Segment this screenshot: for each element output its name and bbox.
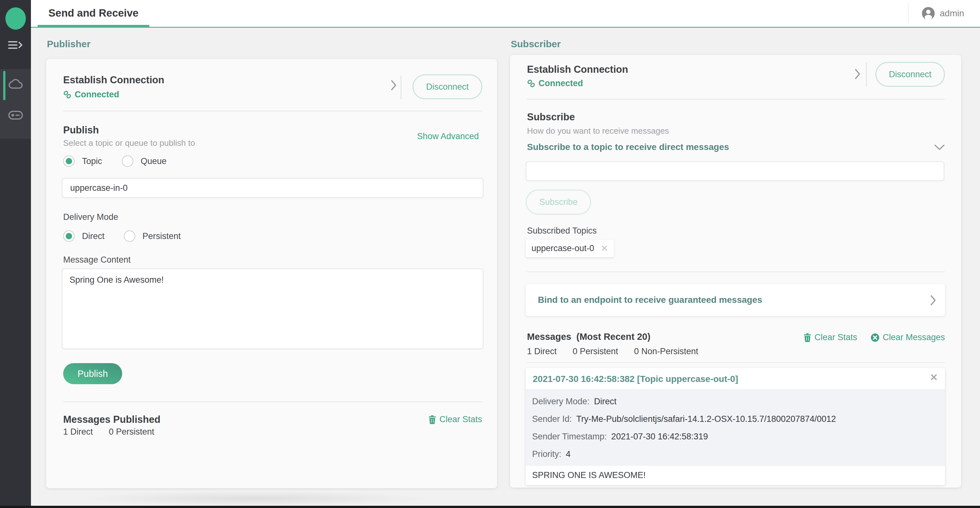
publisher-card: Establish Connection Connected Disconnec… bbox=[46, 59, 497, 488]
link-icon bbox=[63, 91, 72, 99]
message-header: 2021-07-30 16:42:58:382 [Topic uppercase… bbox=[533, 374, 738, 384]
message-payload-section: SPRING ONE IS AWESOME! bbox=[526, 466, 945, 485]
delivery-radio-group: Direct Persistent bbox=[63, 230, 181, 242]
clear-messages-link[interactable]: Clear Messages bbox=[870, 333, 945, 342]
tab-label: Send and Receive bbox=[38, 0, 149, 26]
stat-persistent: 0 Persistent bbox=[573, 347, 618, 357]
publisher-heading: Publisher bbox=[47, 38, 91, 49]
connection-title: Establish Connection bbox=[527, 64, 628, 75]
stat-non-persistent: 0 Non-Persistent bbox=[634, 347, 698, 357]
connection-status: Connected bbox=[527, 78, 583, 88]
active-item-indicator bbox=[3, 71, 5, 100]
stat-persistent: 0 Persistent bbox=[109, 427, 154, 437]
radio-topic[interactable] bbox=[63, 155, 75, 167]
trash-icon bbox=[803, 333, 811, 342]
subscribe-button[interactable]: Subscribe bbox=[526, 190, 591, 215]
message-field: Delivery Mode: Direct bbox=[532, 397, 617, 406]
clear-messages-label: Clear Messages bbox=[883, 333, 945, 342]
message-content-label: Message Content bbox=[63, 255, 131, 265]
radio-queue-label[interactable]: Queue bbox=[141, 156, 167, 166]
user-avatar-icon bbox=[922, 7, 935, 20]
delivery-mode-label: Delivery Mode bbox=[63, 212, 118, 222]
sidebar bbox=[0, 0, 31, 506]
publish-topic-input[interactable] bbox=[62, 178, 483, 198]
radio-direct[interactable] bbox=[63, 230, 75, 242]
topic-chip: uppercase-out-0 ✕ bbox=[526, 240, 614, 257]
topic-chip-label: uppercase-out-0 bbox=[531, 244, 594, 253]
destination-radio-group: Topic Queue bbox=[63, 155, 167, 167]
message-field: Sender Timestamp: 2021-07-30 16:42:58:31… bbox=[532, 432, 708, 442]
section-divider bbox=[527, 272, 945, 272]
menu-expand-icon[interactable] bbox=[8, 40, 23, 52]
username: admin bbox=[940, 8, 964, 19]
tab-send-and-receive[interactable]: Send and Receive bbox=[38, 0, 149, 27]
publish-subtitle: Select a topic or queue to publish to bbox=[63, 138, 195, 148]
section-divider bbox=[527, 99, 945, 100]
radio-queue[interactable] bbox=[122, 155, 134, 167]
chevron-right-icon[interactable] bbox=[391, 80, 397, 91]
topic-accordion-label[interactable]: Subscribe to a topic to receive direct m… bbox=[527, 142, 729, 152]
publish-stats: 1 Direct 0 Persistent bbox=[63, 427, 154, 437]
topbar-divider bbox=[908, 3, 908, 23]
sidebar-nav-group bbox=[0, 69, 31, 139]
subscriber-card: Establish Connection Connected Disconnec… bbox=[510, 55, 961, 487]
subscribe-subtitle: How do you want to receive messages bbox=[527, 126, 669, 136]
subscribe-title: Subscribe bbox=[527, 111, 575, 123]
message-details: Delivery Mode: Direct Sender Id: Try-Me-… bbox=[526, 389, 945, 466]
sidebar-item-cloud[interactable] bbox=[8, 78, 23, 91]
bottom-shadow bbox=[80, 491, 431, 506]
publish-button[interactable]: Publish bbox=[63, 363, 122, 384]
subscribe-topic-input[interactable] bbox=[526, 161, 944, 181]
section-divider bbox=[63, 111, 482, 111]
subscribed-topics-label: Subscribed Topics bbox=[527, 226, 597, 236]
chevron-down-icon[interactable] bbox=[934, 144, 945, 151]
screen-bottom-edge bbox=[0, 506, 980, 508]
link-icon bbox=[527, 80, 535, 88]
close-icon[interactable]: ✕ bbox=[601, 243, 608, 254]
bind-endpoint-accordion[interactable]: Bind to an endpoint to receive guarantee… bbox=[526, 284, 945, 316]
disconnect-button[interactable]: Disconnect bbox=[875, 62, 945, 87]
stat-direct: 1 Direct bbox=[63, 427, 93, 437]
subscriber-heading: Subscriber bbox=[511, 38, 561, 49]
chevron-right-icon bbox=[930, 295, 937, 306]
connection-status: Connected bbox=[63, 90, 119, 100]
message-content-textarea[interactable]: Spring One is Awesome! bbox=[62, 268, 483, 349]
message-field: Priority: 4 bbox=[532, 449, 571, 459]
message-payload: SPRING ONE IS AWESOME! bbox=[532, 470, 646, 480]
radio-persistent-label[interactable]: Persistent bbox=[143, 231, 181, 241]
trash-icon bbox=[428, 415, 436, 424]
publish-title: Publish bbox=[63, 124, 99, 136]
chevron-right-icon[interactable] bbox=[854, 68, 861, 80]
disconnect-button[interactable]: Disconnect bbox=[412, 74, 482, 99]
close-icon[interactable]: ✕ bbox=[930, 372, 938, 383]
clear-stats-label: Clear Stats bbox=[815, 333, 857, 342]
show-advanced-link[interactable]: Show Advanced bbox=[417, 131, 479, 141]
messages-actions: Clear Stats Clear Messages bbox=[803, 333, 945, 342]
topbar: Send and Receive admin bbox=[31, 0, 980, 27]
radio-topic-label[interactable]: Topic bbox=[82, 156, 102, 166]
user-menu[interactable]: admin bbox=[922, 6, 964, 21]
radio-direct-label[interactable]: Direct bbox=[82, 231, 105, 241]
clear-stats-link[interactable]: Clear Stats bbox=[428, 414, 482, 424]
connector-icon bbox=[8, 111, 23, 119]
bind-endpoint-label: Bind to an endpoint to receive guarantee… bbox=[538, 295, 762, 305]
messages-title: Messages (Most Recent 20) bbox=[527, 331, 651, 342]
message-field: Sender Id: Try-Me-Pub/solclientjs/safari… bbox=[532, 414, 836, 424]
connection-divider bbox=[866, 62, 867, 87]
stat-direct: 1 Direct bbox=[527, 347, 557, 357]
cloud-icon bbox=[8, 78, 23, 90]
clear-stats-link[interactable]: Clear Stats bbox=[803, 333, 857, 342]
radio-persistent[interactable] bbox=[124, 230, 135, 242]
clear-stats-label: Clear Stats bbox=[439, 414, 482, 424]
sidebar-item-connector[interactable] bbox=[8, 111, 23, 121]
connection-divider bbox=[401, 76, 401, 99]
connection-title: Establish Connection bbox=[63, 74, 164, 86]
solace-logo bbox=[5, 7, 26, 30]
section-divider bbox=[527, 362, 945, 363]
messages-published-title: Messages Published bbox=[63, 414, 161, 425]
topbar-accent-line bbox=[31, 27, 980, 28]
connection-status-label: Connected bbox=[538, 78, 583, 88]
clear-circle-icon bbox=[870, 333, 880, 342]
connection-status-label: Connected bbox=[75, 90, 119, 100]
section-divider bbox=[63, 401, 482, 402]
